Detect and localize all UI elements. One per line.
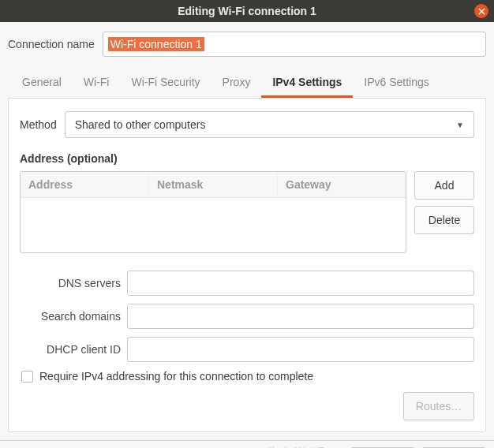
tab-ipv4-settings[interactable]: IPv4 Settings [261, 68, 353, 98]
tab-wifi-security[interactable]: Wi-Fi Security [120, 68, 211, 98]
require-ipv4-checkbox[interactable] [21, 371, 33, 383]
search-domains-label: Search domains [20, 310, 121, 323]
col-netmask: Netmask [149, 172, 278, 197]
settings-tabs: General Wi-Fi Wi-Fi Security Proxy IPv4 … [8, 68, 486, 99]
address-area: Address Netmask Gateway Add Delete [20, 171, 474, 253]
search-domains-input[interactable] [127, 304, 474, 329]
address-table[interactable]: Address Netmask Gateway [20, 171, 406, 253]
dns-input[interactable] [127, 271, 474, 296]
tab-ipv6-settings[interactable]: IPv6 Settings [353, 68, 440, 98]
method-label: Method [20, 118, 57, 131]
connection-name-label: Connection name [8, 38, 95, 50]
method-row: Method Shared to other computers ▼ [20, 111, 474, 138]
delete-button[interactable]: Delete [414, 206, 474, 234]
add-button[interactable]: Add [414, 171, 474, 200]
col-gateway: Gateway [278, 172, 406, 197]
tab-general[interactable]: General [11, 68, 73, 98]
method-value: Shared to other computers [75, 118, 206, 131]
require-ipv4-row: Require IPv4 addressing for this connect… [21, 370, 474, 383]
window-title: Editing Wi-Fi connection 1 [178, 5, 316, 17]
dhcp-client-id-row: DHCP client ID [20, 337, 474, 362]
routes-button[interactable]: Routes… [403, 392, 474, 420]
dialog-footer: CSDN @蕉肆稀钣呀 Cancel Save [0, 441, 494, 448]
connection-name-input[interactable]: Wi-Fi connection 1 [103, 32, 486, 57]
dns-label: DNS servers [20, 277, 121, 289]
dhcp-client-id-label: DHCP client ID [20, 343, 121, 356]
ipv4-pane: Method Shared to other computers ▼ Addre… [8, 99, 486, 432]
dns-row: DNS servers [20, 271, 474, 296]
routes-row: Routes… [20, 392, 474, 420]
address-buttons: Add Delete [414, 171, 474, 253]
col-address: Address [21, 172, 149, 197]
window-close-button[interactable] [474, 4, 488, 18]
close-icon [478, 8, 485, 15]
method-select[interactable]: Shared to other computers ▼ [65, 111, 474, 138]
connection-name-row: Connection name Wi-Fi connection 1 [8, 32, 486, 57]
window-titlebar: Editing Wi-Fi connection 1 [0, 0, 494, 22]
address-table-header: Address Netmask Gateway [21, 172, 406, 198]
dhcp-client-id-input[interactable] [127, 337, 474, 362]
chevron-down-icon: ▼ [456, 121, 464, 129]
tab-proxy[interactable]: Proxy [211, 68, 262, 98]
search-domains-row: Search domains [20, 304, 474, 329]
tab-wifi[interactable]: Wi-Fi [73, 68, 121, 98]
address-section-title: Address (optional) [20, 152, 474, 165]
connection-name-value: Wi-Fi connection 1 [108, 37, 204, 51]
ipv4-form: DNS servers Search domains DHCP client I… [20, 271, 474, 362]
require-ipv4-label: Require IPv4 addressing for this connect… [39, 370, 313, 383]
dialog-content: Connection name Wi-Fi connection 1 Gener… [0, 22, 494, 441]
